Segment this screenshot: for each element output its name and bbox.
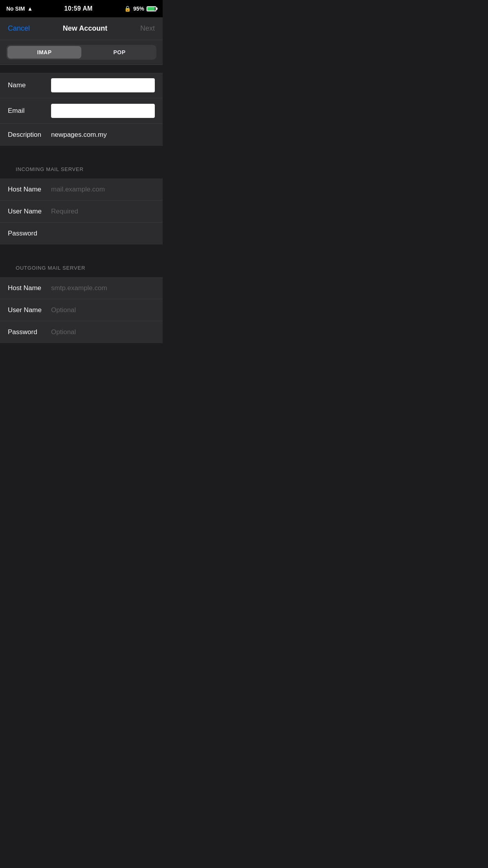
segment-control: IMAP POP <box>6 45 156 60</box>
battery-icon <box>147 6 156 11</box>
outgoing-username-label: User Name <box>8 306 51 314</box>
status-right: 🔒 95% <box>124 6 156 12</box>
battery-percent: 95% <box>133 6 144 12</box>
outgoing-hostname-placeholder[interactable]: smtp.example.com <box>51 284 107 292</box>
nav-title: New Account <box>63 24 107 33</box>
outgoing-username-placeholder[interactable]: Optional <box>51 306 76 314</box>
outgoing-hostname-label: Host Name <box>8 284 51 292</box>
account-form-section: Name Email Description newpages.com.my <box>0 73 163 146</box>
incoming-username-row: User Name Required <box>0 200 163 223</box>
status-left: No SIM ▲ <box>6 6 33 12</box>
status-bar: No SIM ▲ 10:59 AM 🔒 95% <box>0 0 163 17</box>
segment-container: IMAP POP <box>0 40 163 65</box>
outgoing-password-placeholder[interactable]: Optional <box>51 328 76 336</box>
description-row: Description newpages.com.my <box>0 124 163 146</box>
name-label: Name <box>8 81 51 89</box>
incoming-username-placeholder[interactable]: Required <box>51 208 78 215</box>
incoming-password-label: Password <box>8 230 51 237</box>
incoming-server-block: Host Name mail.example.com User Name Req… <box>0 178 163 245</box>
outgoing-username-row: User Name Optional <box>0 299 163 321</box>
name-input[interactable] <box>51 78 155 92</box>
outgoing-server-section: OUTGOING MAIL SERVER Host Name smtp.exam… <box>0 252 163 343</box>
wifi-icon: ▲ <box>27 6 33 12</box>
email-row: Email <box>0 98 163 124</box>
status-time: 10:59 AM <box>64 5 93 12</box>
cancel-button[interactable]: Cancel <box>8 24 30 33</box>
incoming-hostname-label: Host Name <box>8 186 51 193</box>
segment-imap[interactable]: IMAP <box>7 46 81 59</box>
lock-icon: 🔒 <box>124 6 131 12</box>
next-button[interactable]: Next <box>140 24 155 33</box>
carrier-text: No SIM <box>6 6 25 12</box>
description-label: Description <box>8 131 51 139</box>
outgoing-hostname-row: Host Name smtp.example.com <box>0 277 163 299</box>
email-input[interactable] <box>51 104 155 118</box>
incoming-server-section: INCOMING MAIL SERVER Host Name mail.exam… <box>0 154 163 245</box>
incoming-server-header: INCOMING MAIL SERVER <box>8 160 155 175</box>
outgoing-password-row: Password Optional <box>0 321 163 343</box>
incoming-hostname-row: Host Name mail.example.com <box>0 178 163 200</box>
incoming-password-row: Password <box>0 223 163 245</box>
outgoing-server-header: OUTGOING MAIL SERVER <box>8 259 155 274</box>
email-label: Email <box>8 107 51 115</box>
incoming-hostname-placeholder[interactable]: mail.example.com <box>51 186 105 193</box>
incoming-server-header-bg: INCOMING MAIL SERVER <box>0 154 163 178</box>
outgoing-server-header-bg: OUTGOING MAIL SERVER <box>0 252 163 277</box>
segment-pop[interactable]: POP <box>83 45 156 60</box>
outgoing-server-block: Host Name smtp.example.com User Name Opt… <box>0 277 163 343</box>
incoming-username-label: User Name <box>8 208 51 215</box>
outgoing-password-label: Password <box>8 328 51 336</box>
navigation-bar: Cancel New Account Next <box>0 17 163 40</box>
name-row: Name <box>0 73 163 98</box>
description-value: newpages.com.my <box>51 131 107 139</box>
